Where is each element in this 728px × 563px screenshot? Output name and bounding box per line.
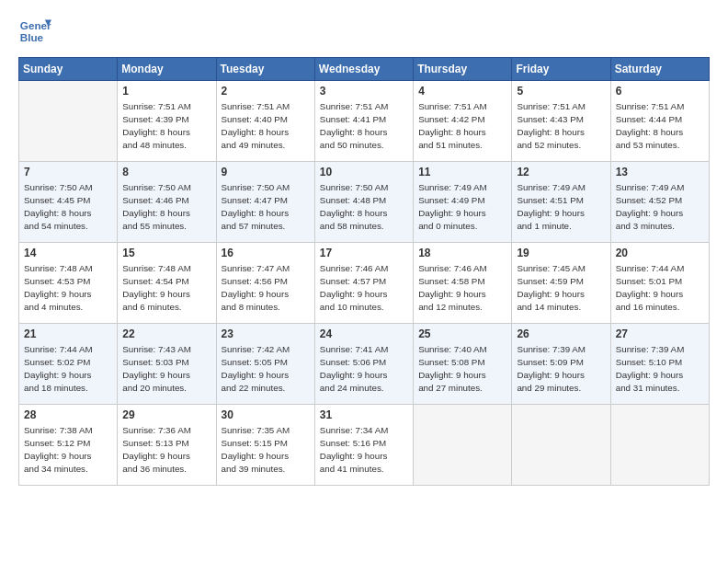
calendar-cell: 22Sunrise: 7:43 AMSunset: 5:03 PMDayligh…	[118, 324, 216, 405]
svg-text:Blue: Blue	[20, 31, 44, 43]
day-number: 23	[222, 327, 310, 342]
day-number: 11	[418, 165, 506, 180]
day-info: Sunrise: 7:45 AMSunset: 4:59 PMDaylight:…	[517, 262, 605, 315]
day-info: Sunrise: 7:39 AMSunset: 5:10 PMDaylight:…	[616, 343, 704, 396]
day-info: Sunrise: 7:35 AMSunset: 5:15 PMDaylight:…	[222, 424, 310, 477]
calendar-cell: 10Sunrise: 7:50 AMSunset: 4:48 PMDayligh…	[314, 162, 413, 243]
calendar-cell: 30Sunrise: 7:35 AMSunset: 5:15 PMDayligh…	[216, 405, 314, 486]
page: General Blue SundayMondayTuesdayWednesda…	[0, 0, 728, 563]
col-header-wednesday: Wednesday	[314, 58, 413, 81]
day-number: 19	[517, 246, 605, 261]
calendar-table: SundayMondayTuesdayWednesdayThursdayFrid…	[18, 57, 710, 486]
calendar-cell: 13Sunrise: 7:49 AMSunset: 4:52 PMDayligh…	[610, 162, 709, 243]
day-number: 7	[24, 165, 112, 180]
col-header-tuesday: Tuesday	[216, 58, 314, 81]
day-number: 20	[616, 246, 704, 261]
calendar-cell: 1Sunrise: 7:51 AMSunset: 4:39 PMDaylight…	[118, 81, 216, 162]
calendar-cell: 12Sunrise: 7:49 AMSunset: 4:51 PMDayligh…	[512, 162, 610, 243]
day-info: Sunrise: 7:38 AMSunset: 5:12 PMDaylight:…	[24, 424, 112, 477]
calendar-cell: 3Sunrise: 7:51 AMSunset: 4:41 PMDaylight…	[314, 81, 413, 162]
calendar-header-row: SundayMondayTuesdayWednesdayThursdayFrid…	[19, 58, 710, 81]
day-info: Sunrise: 7:39 AMSunset: 5:09 PMDaylight:…	[517, 343, 605, 396]
calendar-cell	[610, 405, 709, 486]
day-info: Sunrise: 7:34 AMSunset: 5:16 PMDaylight:…	[320, 424, 408, 477]
day-info: Sunrise: 7:51 AMSunset: 4:40 PMDaylight:…	[222, 100, 310, 153]
day-info: Sunrise: 7:51 AMSunset: 4:44 PMDaylight:…	[616, 100, 704, 153]
day-info: Sunrise: 7:46 AMSunset: 4:58 PMDaylight:…	[418, 262, 506, 315]
day-info: Sunrise: 7:41 AMSunset: 5:06 PMDaylight:…	[320, 343, 408, 396]
day-info: Sunrise: 7:43 AMSunset: 5:03 PMDaylight:…	[122, 343, 210, 396]
col-header-sunday: Sunday	[19, 58, 118, 81]
calendar-cell: 15Sunrise: 7:48 AMSunset: 4:54 PMDayligh…	[118, 243, 216, 324]
day-info: Sunrise: 7:42 AMSunset: 5:05 PMDaylight:…	[222, 343, 310, 396]
day-number: 31	[320, 408, 408, 423]
day-number: 13	[616, 165, 704, 180]
calendar-week-1: 1Sunrise: 7:51 AMSunset: 4:39 PMDaylight…	[19, 81, 710, 162]
day-number: 26	[517, 327, 605, 342]
day-info: Sunrise: 7:51 AMSunset: 4:43 PMDaylight:…	[517, 100, 605, 153]
day-number: 25	[418, 327, 506, 342]
logo-icon: General Blue	[18, 15, 51, 48]
calendar-cell: 31Sunrise: 7:34 AMSunset: 5:16 PMDayligh…	[314, 405, 413, 486]
calendar-cell: 19Sunrise: 7:45 AMSunset: 4:59 PMDayligh…	[512, 243, 610, 324]
calendar-cell: 21Sunrise: 7:44 AMSunset: 5:02 PMDayligh…	[19, 324, 118, 405]
day-info: Sunrise: 7:46 AMSunset: 4:57 PMDaylight:…	[320, 262, 408, 315]
day-number: 1	[122, 84, 210, 99]
day-info: Sunrise: 7:51 AMSunset: 4:39 PMDaylight:…	[122, 100, 210, 153]
day-info: Sunrise: 7:49 AMSunset: 4:51 PMDaylight:…	[517, 181, 605, 234]
calendar-cell: 26Sunrise: 7:39 AMSunset: 5:09 PMDayligh…	[512, 324, 610, 405]
day-info: Sunrise: 7:49 AMSunset: 4:52 PMDaylight:…	[616, 181, 704, 234]
calendar-cell: 7Sunrise: 7:50 AMSunset: 4:45 PMDaylight…	[19, 162, 118, 243]
day-info: Sunrise: 7:49 AMSunset: 4:49 PMDaylight:…	[418, 181, 506, 234]
day-number: 22	[122, 327, 210, 342]
calendar-cell: 18Sunrise: 7:46 AMSunset: 4:58 PMDayligh…	[414, 243, 512, 324]
calendar-cell: 16Sunrise: 7:47 AMSunset: 4:56 PMDayligh…	[216, 243, 314, 324]
calendar-cell: 4Sunrise: 7:51 AMSunset: 4:42 PMDaylight…	[414, 81, 512, 162]
day-number: 28	[24, 408, 112, 423]
day-number: 5	[517, 84, 605, 99]
col-header-thursday: Thursday	[414, 58, 512, 81]
calendar-cell: 11Sunrise: 7:49 AMSunset: 4:49 PMDayligh…	[414, 162, 512, 243]
calendar-cell: 2Sunrise: 7:51 AMSunset: 4:40 PMDaylight…	[216, 81, 314, 162]
calendar-cell: 14Sunrise: 7:48 AMSunset: 4:53 PMDayligh…	[19, 243, 118, 324]
calendar-cell: 23Sunrise: 7:42 AMSunset: 5:05 PMDayligh…	[216, 324, 314, 405]
calendar-cell	[512, 405, 610, 486]
day-number: 8	[122, 165, 210, 180]
calendar-cell: 28Sunrise: 7:38 AMSunset: 5:12 PMDayligh…	[19, 405, 118, 486]
calendar-week-5: 28Sunrise: 7:38 AMSunset: 5:12 PMDayligh…	[19, 405, 710, 486]
day-info: Sunrise: 7:51 AMSunset: 4:41 PMDaylight:…	[320, 100, 408, 153]
day-number: 16	[222, 246, 310, 261]
header: General Blue	[18, 15, 710, 48]
calendar-cell: 8Sunrise: 7:50 AMSunset: 4:46 PMDaylight…	[118, 162, 216, 243]
col-header-monday: Monday	[118, 58, 216, 81]
calendar-cell: 27Sunrise: 7:39 AMSunset: 5:10 PMDayligh…	[610, 324, 709, 405]
calendar-cell: 9Sunrise: 7:50 AMSunset: 4:47 PMDaylight…	[216, 162, 314, 243]
calendar-cell	[414, 405, 512, 486]
calendar-week-3: 14Sunrise: 7:48 AMSunset: 4:53 PMDayligh…	[19, 243, 710, 324]
day-info: Sunrise: 7:51 AMSunset: 4:42 PMDaylight:…	[418, 100, 506, 153]
calendar-cell	[19, 81, 118, 162]
day-number: 6	[616, 84, 704, 99]
day-number: 18	[418, 246, 506, 261]
day-info: Sunrise: 7:48 AMSunset: 4:54 PMDaylight:…	[122, 262, 210, 315]
col-header-saturday: Saturday	[610, 58, 709, 81]
day-info: Sunrise: 7:50 AMSunset: 4:46 PMDaylight:…	[122, 181, 210, 234]
day-info: Sunrise: 7:50 AMSunset: 4:47 PMDaylight:…	[222, 181, 310, 234]
day-number: 27	[616, 327, 704, 342]
calendar-cell: 17Sunrise: 7:46 AMSunset: 4:57 PMDayligh…	[314, 243, 413, 324]
day-info: Sunrise: 7:44 AMSunset: 5:02 PMDaylight:…	[24, 343, 112, 396]
day-number: 12	[517, 165, 605, 180]
day-info: Sunrise: 7:48 AMSunset: 4:53 PMDaylight:…	[24, 262, 112, 315]
calendar-cell: 5Sunrise: 7:51 AMSunset: 4:43 PMDaylight…	[512, 81, 610, 162]
day-number: 24	[320, 327, 408, 342]
day-info: Sunrise: 7:50 AMSunset: 4:45 PMDaylight:…	[24, 181, 112, 234]
day-number: 15	[122, 246, 210, 261]
day-number: 17	[320, 246, 408, 261]
day-number: 30	[222, 408, 310, 423]
calendar-cell: 24Sunrise: 7:41 AMSunset: 5:06 PMDayligh…	[314, 324, 413, 405]
calendar-cell: 6Sunrise: 7:51 AMSunset: 4:44 PMDaylight…	[610, 81, 709, 162]
calendar-cell: 25Sunrise: 7:40 AMSunset: 5:08 PMDayligh…	[414, 324, 512, 405]
day-info: Sunrise: 7:47 AMSunset: 4:56 PMDaylight:…	[222, 262, 310, 315]
calendar-cell: 29Sunrise: 7:36 AMSunset: 5:13 PMDayligh…	[118, 405, 216, 486]
day-number: 14	[24, 246, 112, 261]
